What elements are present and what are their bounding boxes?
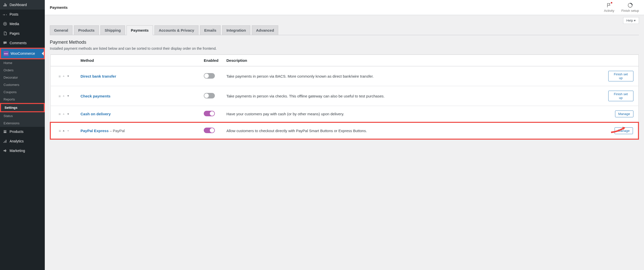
chevron-up-icon[interactable]: [62, 112, 65, 116]
section-desc: Installed payment methods are listed bel…: [50, 46, 639, 50]
sidebar-subitem-status[interactable]: Status: [0, 112, 45, 120]
method-link[interactable]: PayPal Express: [80, 129, 109, 133]
main-content: Payments Activity Finish setup Help ▾ Ge…: [45, 0, 644, 270]
method-link[interactable]: Check payments: [80, 94, 110, 98]
sidebar-item-posts[interactable]: Posts: [0, 10, 45, 19]
page-title: Payments: [50, 5, 68, 10]
table-row: ≡ Cash on delivery Have your customers p…: [50, 106, 638, 123]
tab-advanced[interactable]: Advanced: [252, 25, 278, 35]
sidebar-subitem-customers[interactable]: Customers: [0, 81, 45, 88]
products-icon: [3, 129, 8, 134]
sidebar-item-label: Pages: [10, 31, 20, 35]
sidebar-item-products[interactable]: Products: [0, 127, 45, 136]
sidebar-item-media[interactable]: Media: [0, 19, 45, 29]
sidebar-item-label: Posts: [10, 12, 18, 16]
finish-setup-label: Finish setup: [621, 9, 639, 13]
finish-setup-button[interactable]: Finish setup: [621, 3, 639, 13]
woo-icon: woo: [4, 51, 9, 56]
activity-label: Activity: [604, 9, 614, 13]
sidebar-subitem-decorator[interactable]: Decorator: [0, 74, 45, 81]
arrow-annotation-icon: [610, 125, 628, 134]
sidebar-item-label: Dashboard: [10, 3, 27, 7]
method-link[interactable]: Direct bank transfer: [80, 74, 116, 78]
column-method: Method: [78, 55, 201, 66]
activity-button[interactable]: Activity: [604, 3, 614, 13]
chevron-down-icon[interactable]: [66, 94, 70, 98]
chevron-down-icon[interactable]: [66, 74, 70, 78]
sidebar-item-marketing[interactable]: Marketing: [0, 146, 45, 155]
drag-handle-icon[interactable]: ≡: [59, 129, 61, 133]
svg-point-0: [4, 23, 6, 24]
tab-general[interactable]: General: [50, 25, 72, 35]
sidebar-item-dashboard[interactable]: Dashboard: [0, 0, 45, 10]
row-action-button[interactable]: Manage: [615, 111, 633, 117]
chevron-up-icon[interactable]: [62, 94, 65, 98]
drag-handle-icon[interactable]: ≡: [59, 94, 61, 98]
sidebar-subitem-orders[interactable]: Orders: [0, 67, 45, 74]
sidebar-item-woocommerce[interactable]: woo WooCommerce: [0, 48, 45, 59]
enabled-toggle[interactable]: [204, 93, 215, 98]
megaphone-icon: [3, 148, 8, 153]
drag-handle-icon[interactable]: ≡: [59, 74, 61, 78]
method-link[interactable]: Cash on delivery: [80, 112, 111, 116]
method-description: Take payments in person via BACS. More c…: [226, 74, 374, 78]
sidebar-subitem-settings[interactable]: Settings: [0, 103, 45, 112]
sidebar-item-label: Comments: [10, 41, 27, 45]
sidebar-subitem-coupons[interactable]: Coupons: [0, 88, 45, 96]
sidebar-subitem-home[interactable]: Home: [0, 59, 45, 67]
row-action-button[interactable]: Finish set up: [608, 71, 633, 81]
chevron-up-icon[interactable]: [62, 74, 65, 78]
comment-icon: [3, 40, 8, 45]
tab-emails[interactable]: Emails: [200, 25, 221, 35]
sidebar-item-comments[interactable]: Comments: [0, 38, 45, 48]
tab-payments[interactable]: Payments: [127, 25, 153, 35]
table-row: ≡ PayPal Express – PayPal Allow customer…: [50, 122, 638, 139]
method-description: Have your customers pay with cash (or by…: [226, 112, 344, 116]
payments-table: Method Enabled Description ≡ Direct bank…: [50, 55, 639, 140]
sidebar-item-label: Marketing: [10, 149, 25, 153]
media-icon: [3, 21, 8, 26]
pin-icon: [3, 12, 8, 17]
analytics-icon: [3, 139, 8, 144]
sidebar-item-label: Media: [10, 22, 19, 26]
dashboard-icon: [3, 2, 8, 7]
tab-products[interactable]: Products: [74, 25, 99, 35]
chevron-down-icon[interactable]: [66, 112, 70, 116]
method-description: Allow customers to checkout directly wit…: [226, 129, 367, 133]
column-description: Description: [224, 55, 606, 66]
sidebar-subitem-reports[interactable]: Reports: [0, 96, 45, 103]
drag-handle-icon[interactable]: ≡: [59, 112, 61, 116]
method-suffix: – PayPal: [109, 129, 125, 133]
notification-dot: [611, 2, 612, 4]
woocommerce-submenu: Home Orders Decorator Customers Coupons …: [0, 59, 45, 127]
sidebar-item-label: Analytics: [10, 139, 24, 143]
sidebar-item-pages[interactable]: Pages: [0, 29, 45, 38]
enabled-toggle[interactable]: [204, 111, 215, 116]
tab-shipping[interactable]: Shipping: [100, 25, 125, 35]
enabled-toggle[interactable]: [204, 128, 215, 133]
sidebar-item-label: Products: [10, 130, 23, 134]
tab-accounts-privacy[interactable]: Accounts & Privacy: [154, 25, 198, 35]
chevron-down-icon[interactable]: [66, 129, 70, 133]
sidebar-subitem-extensions[interactable]: Extensions: [0, 120, 45, 127]
pages-icon: [3, 31, 8, 36]
row-action-button[interactable]: Finish set up: [608, 91, 633, 101]
admin-sidebar: Dashboard Posts Media Pages Comments woo…: [0, 0, 45, 270]
column-enabled: Enabled: [201, 55, 224, 66]
progress-circle-icon: [627, 3, 633, 8]
section-title: Payment Methods: [50, 40, 639, 45]
tab-integration[interactable]: Integration: [222, 25, 250, 35]
settings-tabs: General Products Shipping Payments Accou…: [50, 25, 639, 35]
chevron-up-icon[interactable]: [62, 129, 65, 133]
topbar: Payments Activity Finish setup: [45, 0, 644, 15]
sidebar-item-label: WooCommerce: [11, 51, 35, 56]
flag-icon: [606, 3, 612, 8]
method-description: Take payments in person via checks. This…: [226, 94, 385, 98]
enabled-toggle[interactable]: [204, 73, 215, 79]
help-button[interactable]: Help ▾: [623, 17, 639, 24]
table-row: ≡ Check payments Take payments in person…: [50, 86, 638, 106]
sidebar-item-analytics[interactable]: Analytics: [0, 136, 45, 146]
table-row: ≡ Direct bank transfer Take payments in …: [50, 66, 638, 86]
